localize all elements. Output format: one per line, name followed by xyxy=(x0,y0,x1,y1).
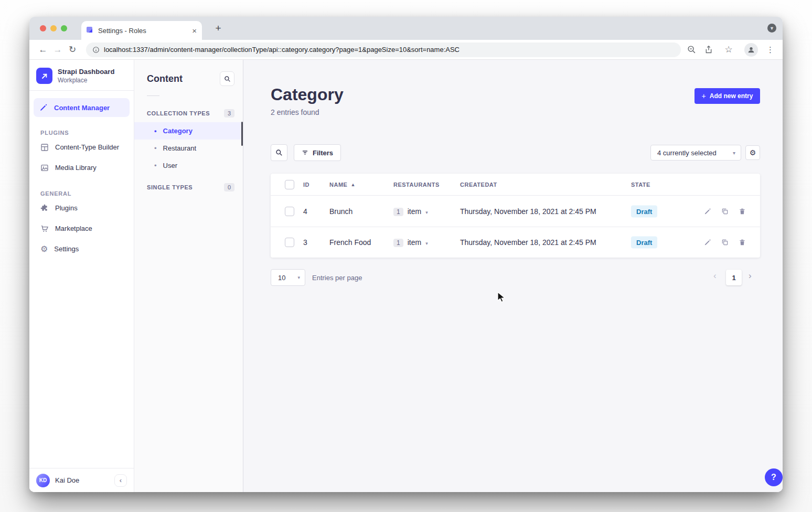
edit-pencil-icon[interactable] xyxy=(703,207,712,216)
content-subnav: Content COLLECTION TYPES 3 • Category • … xyxy=(134,60,243,492)
tab-close-icon[interactable]: × xyxy=(192,27,197,35)
current-page-button[interactable]: 1 xyxy=(726,270,742,285)
cell-restaurants-relation[interactable]: 1item▾ xyxy=(393,207,428,216)
view-settings-gear-button[interactable]: ⚙ xyxy=(745,145,760,160)
row-checkbox[interactable] xyxy=(285,207,294,216)
pen-icon xyxy=(39,103,48,112)
browser-menu-icon[interactable]: ⋮ xyxy=(766,45,774,55)
bookmark-star-icon[interactable]: ☆ xyxy=(721,42,736,57)
row-checkbox[interactable] xyxy=(285,238,294,247)
browser-tab[interactable]: Settings - Roles × xyxy=(81,21,202,40)
subnav-search-button[interactable] xyxy=(220,71,234,86)
site-info-icon[interactable] xyxy=(92,46,100,54)
select-all-checkbox[interactable] xyxy=(285,180,294,189)
delete-trash-icon[interactable] xyxy=(738,207,746,216)
page-size-select[interactable]: 10 ▾ xyxy=(271,269,305,286)
nav-section-general: GENERAL xyxy=(40,190,134,197)
column-header-restaurants[interactable]: RESTAURANTS xyxy=(393,182,440,188)
help-button[interactable]: ? xyxy=(765,468,783,486)
sort-ascending-icon: ▲ xyxy=(350,182,355,187)
next-page-icon[interactable]: › xyxy=(749,271,752,281)
forward-icon[interactable]: → xyxy=(50,42,65,57)
user-avatar[interactable]: KD xyxy=(36,474,50,487)
user-name[interactable]: Kai Doe xyxy=(55,476,109,484)
share-icon[interactable] xyxy=(704,45,713,54)
relation-unit: item xyxy=(408,207,421,216)
column-header-createdat[interactable]: CREATEDAT xyxy=(460,182,497,188)
delete-trash-icon[interactable] xyxy=(738,238,746,247)
column-header-id[interactable]: ID xyxy=(303,182,309,188)
minimize-window-button[interactable] xyxy=(50,25,57,31)
chevron-down-icon: ▾ xyxy=(733,150,735,156)
sidebar-item-content-manager[interactable]: Content Manager xyxy=(34,98,130,117)
table-row[interactable]: 3 French Food 1item▾ Thursday, November … xyxy=(271,227,760,258)
gear-icon: ⚙ xyxy=(40,245,48,253)
duplicate-icon[interactable] xyxy=(721,207,729,216)
nav-section-plugins: PLUGINS xyxy=(40,130,134,136)
sidebar-item-label: Marketplace xyxy=(55,225,92,232)
filter-icon xyxy=(302,150,308,156)
brand-name: Strapi Dashboard xyxy=(58,68,114,76)
fields-selected-dropdown[interactable]: 4 currently selected ▾ xyxy=(650,145,741,161)
chevron-down-icon: ▾ xyxy=(425,210,428,215)
cell-createdat: Thursday, November 18, 2021 at 2:45 PM xyxy=(460,238,596,247)
plus-icon: + xyxy=(702,92,706,100)
entries-found-text: 2 entries found xyxy=(271,108,319,116)
subnav-divider xyxy=(147,95,159,96)
sidebar-item-label: Content Manager xyxy=(54,104,110,112)
bullet-icon: • xyxy=(154,127,157,134)
chevron-down-icon: ▾ xyxy=(425,241,428,246)
cell-createdat: Thursday, November 18, 2021 at 2:45 PM xyxy=(460,207,596,216)
workspace-brand[interactable]: Strapi Dashboard Workplace xyxy=(29,60,134,90)
subnav-item-category[interactable]: • Category xyxy=(134,122,243,140)
table-search-button[interactable] xyxy=(271,144,287,161)
cell-id: 4 xyxy=(303,207,307,216)
zoom-out-icon[interactable] xyxy=(687,45,696,54)
relation-count-badge: 1 xyxy=(393,239,403,247)
table-header-row: ID NAME ▲ RESTAURANTS CREATEDAT STATE xyxy=(271,174,760,196)
sidebar-item-marketplace[interactable]: Marketplace xyxy=(29,218,134,239)
tab-title: Settings - Roles xyxy=(98,27,188,35)
new-tab-button[interactable]: + xyxy=(212,22,225,35)
subnav-item-restaurant[interactable]: • Restaurant xyxy=(134,140,243,157)
collection-types-count-badge: 3 xyxy=(224,109,234,118)
reload-icon[interactable]: ↻ xyxy=(65,42,80,57)
state-badge: Draft xyxy=(631,237,657,249)
cell-restaurants-relation[interactable]: 1item▾ xyxy=(393,238,428,247)
back-icon[interactable]: ← xyxy=(36,42,50,57)
single-types-label: SINGLE TYPES xyxy=(147,184,193,190)
address-bar[interactable]: localhost:1337/admin/content-manager/col… xyxy=(86,42,681,57)
downloads-icon[interactable]: ▼ xyxy=(767,24,776,33)
cart-icon xyxy=(40,225,49,233)
main-content: Category 2 entries found + Add new entry… xyxy=(243,60,783,492)
cell-name: French Food xyxy=(329,238,371,247)
sidebar-item-media-library[interactable]: Media Library xyxy=(29,157,134,178)
filters-button[interactable]: Filters xyxy=(294,144,341,161)
collapse-sidebar-button[interactable]: ‹ xyxy=(114,474,127,487)
subnav-item-user[interactable]: • User xyxy=(134,157,243,174)
state-badge: Draft xyxy=(631,205,657,217)
duplicate-icon[interactable] xyxy=(721,238,729,247)
previous-page-icon[interactable]: ‹ xyxy=(713,271,717,281)
single-types-count-badge: 0 xyxy=(224,183,234,191)
fields-selected-label: 4 currently selected xyxy=(657,149,717,157)
column-header-name[interactable]: NAME ▲ xyxy=(329,182,356,188)
strapi-logo-icon xyxy=(36,68,52,84)
add-new-entry-button[interactable]: + Add new entry xyxy=(695,88,760,104)
browser-profile-avatar[interactable] xyxy=(744,43,758,57)
sidebar-item-content-type-builder[interactable]: Content-Type Builder xyxy=(29,137,134,157)
relation-count-badge: 1 xyxy=(393,208,403,216)
close-window-button[interactable] xyxy=(40,25,46,31)
page-title: Category xyxy=(271,85,344,104)
table-row[interactable]: 4 Brunch 1item▾ Thursday, November 18, 2… xyxy=(271,196,760,227)
column-header-state[interactable]: STATE xyxy=(631,182,650,188)
subnav-scrollbar-thumb[interactable] xyxy=(241,122,243,146)
fullscreen-window-button[interactable] xyxy=(61,25,67,31)
brand-workspace: Workplace xyxy=(58,77,114,84)
sidebar-item-plugins[interactable]: Plugins xyxy=(29,198,134,218)
main-nav-sidebar: Strapi Dashboard Workplace Content Manag… xyxy=(29,60,134,492)
layout-icon xyxy=(40,143,49,152)
edit-pencil-icon[interactable] xyxy=(703,238,712,247)
cell-name: Brunch xyxy=(329,207,352,216)
sidebar-item-settings[interactable]: ⚙ Settings xyxy=(29,239,134,259)
